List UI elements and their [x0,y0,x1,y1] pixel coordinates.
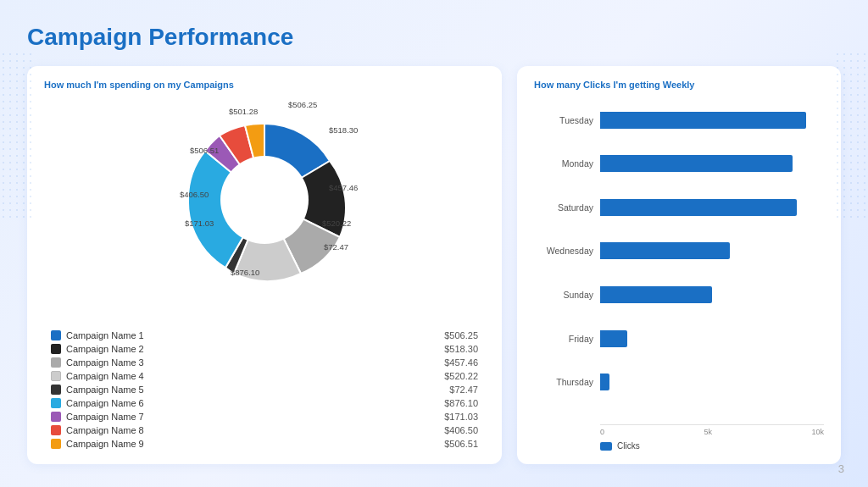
legend-name-7: Campaign Name 7 [66,412,144,422]
bar-fill-friday [600,330,627,347]
bar-row-tuesday: Tuesday [534,108,824,132]
legend-val-3: $457.46 [444,357,478,368]
bar-track-friday [600,330,824,347]
legend-val-8: $406.50 [444,425,478,435]
charts-row: How much I'm spending on my Campaigns [27,66,841,464]
legend-val-2: $518.30 [444,344,478,354]
legend-name-9: Campaign Name 9 [66,439,144,449]
bar-row-wednesday: Wednesday [534,239,824,263]
donut-label-506-51: $506.51 [190,146,219,155]
donut-label-72: $72.47 [324,242,348,252]
bar-label-sunday: Sunday [534,290,593,300]
bar-track-tuesday [600,112,824,129]
donut-label-876: $876.10 [231,268,259,277]
bar-fill-sunday [600,286,712,303]
axis-label-5k: 5k [704,428,712,436]
bar-axis: 0 5k 10k [600,424,824,436]
donut-label-501: $501.28 [229,107,258,116]
donut-label-406: $406.50 [180,190,209,199]
bar-row-friday: Friday [534,327,824,351]
clicks-legend-color [600,442,612,451]
donut-label-518: $518.30 [329,125,358,135]
bar-fill-wednesday [600,242,730,259]
bar-track-saturday [600,199,824,216]
legend-name-4: Campaign Name 4 [66,371,144,381]
donut-label-520: $520.22 [322,219,351,228]
bar-label-tuesday: Tuesday [534,115,593,125]
bar-track-monday [600,155,824,172]
bar-fill-saturday [600,199,797,216]
bar-track-thursday [600,374,824,390]
donut-wrapper: $501.28 $506.25 $518.30 $506.51 $457.46 … [163,98,366,302]
bar-track-wednesday [600,242,824,259]
legend-val-1: $506.25 [444,330,478,340]
deco-dots-left [0,51,34,220]
axis-label-10k: 10k [811,428,824,436]
legend-name-3: Campaign Name 3 [66,357,144,368]
legend-val-4: $520.22 [444,371,478,381]
legend-row-7: Campaign Name 7 $171.03 [44,410,485,423]
svg-point-0 [220,156,309,244]
bar-track-sunday [600,286,824,303]
bar-row-monday: Monday [534,152,824,175]
clicks-legend-label: Clicks [617,441,640,451]
legend-row-6: Campaign Name 6 $876.10 [44,396,485,410]
legend-row-8: Campaign Name 8 $406.50 [44,423,485,437]
bar-card-title: How many Clicks I'm getting Weekly [534,80,824,90]
deco-dots-right [834,51,868,220]
legend-val-5: $72.47 [449,385,478,395]
bar-row-thursday: Thursday [534,370,824,394]
legend-row-4: Campaign Name 4 $520.22 [44,369,485,383]
legend-row-5: Campaign Name 5 $72.47 [44,383,485,396]
page-number: 3 [838,462,844,475]
legend-row-3: Campaign Name 3 $457.46 [44,356,485,369]
page-title: Campaign Performance [27,24,841,51]
donut-label-457: $457.46 [329,183,358,192]
legend-row-2: Campaign Name 2 $518.30 [44,342,485,356]
donut-label-506-25: $506.25 [288,100,317,109]
legend-row-1: Campaign Name 1 $506.25 [44,329,485,342]
bar-fill-thursday [600,374,609,390]
bar-fill-monday [600,155,793,172]
clicks-legend: Clicks [600,441,824,451]
bar-chart-inner: Tuesday Monday Saturday [534,98,824,424]
donut-label-171: $171.03 [185,219,214,228]
legend-val-6: $876.10 [444,398,478,408]
legend-name-5: Campaign Name 5 [66,385,144,395]
bar-row-sunday: Sunday [534,283,824,307]
legend-val-7: $171.03 [444,412,478,422]
bar-card: How many Clicks I'm getting Weekly Tuesd… [517,66,841,464]
legend-val-9: $506.51 [444,439,478,449]
legend-row-9: Campaign Name 9 $506.51 [44,437,485,451]
bar-row-saturday: Saturday [534,196,824,219]
legend-name-8: Campaign Name 8 [66,425,144,435]
bar-label-thursday: Thursday [534,377,593,387]
legend-name-2: Campaign Name 2 [66,344,144,354]
bar-fill-tuesday [600,112,806,129]
bar-label-friday: Friday [534,334,593,344]
bar-label-saturday: Saturday [534,202,593,213]
page-container: Campaign Performance How much I'm spendi… [0,0,868,487]
donut-section: $501.28 $506.25 $518.30 $506.51 $457.46 … [44,98,485,322]
legend-section: Campaign Name 1 $506.25 Campaign Name 2 … [44,329,485,451]
legend-name-1: Campaign Name 1 [66,330,144,340]
legend-name-6: Campaign Name 6 [66,398,144,408]
bar-label-monday: Monday [534,158,593,169]
donut-card: How much I'm spending on my Campaigns [27,66,502,464]
bar-label-wednesday: Wednesday [534,246,593,256]
bar-chart-area: Tuesday Monday Saturday [534,98,824,451]
donut-card-title: How much I'm spending on my Campaigns [44,80,485,90]
axis-label-0: 0 [600,428,604,436]
